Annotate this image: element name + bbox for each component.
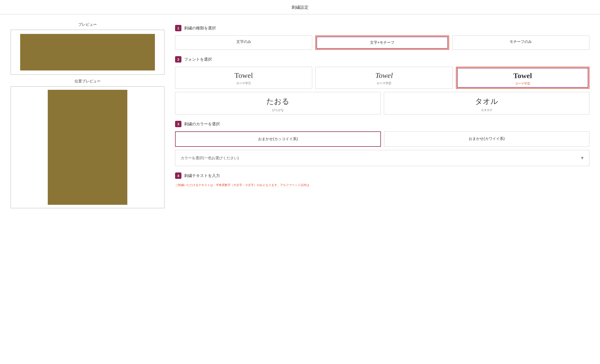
type-options: 文字のみ 文字+モチーフ モチーフのみ (175, 35, 589, 50)
preview-box (11, 30, 164, 75)
step3-title: 刺繍のカラーを選択 (184, 122, 220, 127)
step2-header: 2 フォントを選択 (175, 56, 589, 63)
position-towel-image (48, 90, 128, 205)
type-option-motif-only[interactable]: モチーフのみ (452, 35, 589, 50)
font-roman2-label: ローマ字② (318, 81, 450, 85)
position-preview-box (11, 86, 164, 208)
font-option-roman3[interactable]: Towel ローマ字③ (456, 67, 589, 89)
step2-badge: 2 (175, 56, 181, 63)
font-roman2-text: Towel (318, 71, 450, 80)
step1-header: 1 刺繍の種類を選択 (175, 25, 589, 31)
font-hiragana-text: たおる (178, 96, 378, 106)
step4-title: 刺繍テキストを入力 (184, 173, 220, 178)
preview-label: プレビュー (11, 22, 164, 27)
step4-badge: 4 (175, 172, 181, 179)
step3-badge: 3 (175, 121, 181, 127)
page-title: 刺繍設定 (0, 0, 600, 14)
right-panel: 1 刺繍の種類を選択 文字のみ 文字+モチーフ モチーフのみ 2 フォントを選択… (175, 22, 589, 208)
color-option-cute[interactable]: おまかせ(カワイイ系) (384, 131, 589, 147)
type-option-text-only[interactable]: 文字のみ (175, 35, 312, 50)
preview-towel-image (20, 34, 155, 70)
step4-note: ご刺繍いただけるテキストは、半角英数字（大文字・小文字）のみとなります。アルファ… (175, 183, 589, 187)
font-roman3-text: Towel (513, 72, 532, 80)
font-option-hiragana[interactable]: たおる ひらがな (175, 92, 381, 114)
left-panel: プレビュー 位置プレビュー (11, 22, 164, 208)
font-roman1-label: ローマ字① (178, 81, 309, 85)
type-option-text-motif[interactable]: 文字+モチーフ (315, 35, 449, 50)
font-options-row2: たおる ひらがな タオル カタカナ (175, 92, 589, 114)
step2-title: フォントを選択 (184, 57, 212, 62)
font-katakana-text: タオル (387, 96, 586, 106)
step4-header: 4 刺繍テキストを入力 (175, 172, 589, 179)
step1-title: 刺繍の種類を選択 (184, 26, 216, 31)
font-roman3-label: ローマ字③ (515, 82, 530, 86)
color-select-row[interactable]: カラーを選択(一色お選びください) + (175, 150, 589, 166)
color-select-label: カラーを選択(一色お選びください) (181, 156, 239, 161)
font-katakana-label: カタカナ (387, 108, 586, 112)
step3-header: 3 刺繍のカラーを選択 (175, 121, 589, 127)
font-option-roman2[interactable]: Towel ローマ字② (315, 67, 453, 89)
color-option-cool[interactable]: おまかせ(カッコイイ系) (175, 131, 381, 147)
plus-icon: + (581, 155, 584, 161)
font-option-katakana[interactable]: タオル カタカナ (384, 92, 589, 114)
color-options: おまかせ(カッコイイ系) おまかせ(カワイイ系) (175, 131, 589, 147)
step1-badge: 1 (175, 25, 181, 31)
font-option-roman1[interactable]: Towel ローマ字① (175, 67, 312, 89)
font-hiragana-label: ひらがな (178, 108, 378, 112)
font-options-row1: Towel ローマ字① Towel ローマ字② Towel ローマ字③ (175, 67, 589, 89)
position-preview-label: 位置プレビュー (11, 79, 164, 84)
font-roman1-text: Towel (178, 71, 309, 80)
